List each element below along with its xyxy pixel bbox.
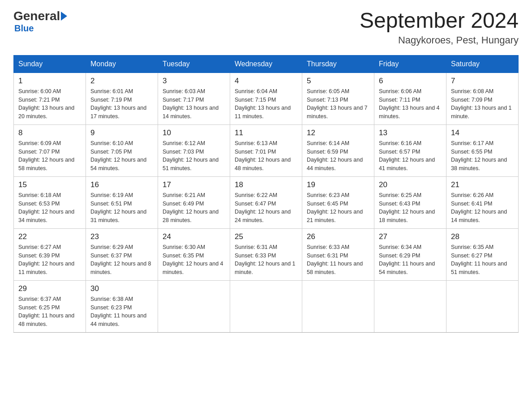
- day-number: 13: [379, 128, 442, 137]
- day-info: Sunrise: 6:23 AMSunset: 6:45 PMDaylight:…: [307, 191, 369, 225]
- table-row: [158, 280, 230, 332]
- day-number: 1: [18, 77, 81, 86]
- day-number: 14: [451, 128, 514, 137]
- table-row: 20Sunrise: 6:25 AMSunset: 6:43 PMDayligh…: [374, 176, 446, 228]
- header-thursday: Thursday: [302, 55, 374, 73]
- day-info: Sunrise: 6:26 AMSunset: 6:41 PMDaylight:…: [451, 191, 514, 225]
- day-number: 21: [451, 180, 514, 189]
- table-row: 8Sunrise: 6:09 AMSunset: 7:07 PMDaylight…: [14, 124, 86, 176]
- table-row: 13Sunrise: 6:16 AMSunset: 6:57 PMDayligh…: [374, 124, 446, 176]
- day-number: 4: [235, 77, 297, 86]
- day-info: Sunrise: 6:25 AMSunset: 6:43 PMDaylight:…: [379, 191, 442, 225]
- table-row: 17Sunrise: 6:21 AMSunset: 6:49 PMDayligh…: [158, 176, 230, 228]
- day-info: Sunrise: 6:33 AMSunset: 6:31 PMDaylight:…: [307, 243, 369, 277]
- day-number: 18: [235, 180, 297, 189]
- table-row: 4Sunrise: 6:04 AMSunset: 7:15 PMDaylight…: [230, 73, 302, 124]
- table-row: [446, 280, 519, 332]
- day-number: 23: [90, 232, 153, 241]
- day-number: 10: [163, 128, 225, 137]
- table-row: 30Sunrise: 6:38 AMSunset: 6:23 PMDayligh…: [86, 280, 158, 332]
- day-info: Sunrise: 6:18 AMSunset: 6:53 PMDaylight:…: [18, 191, 81, 225]
- table-row: 10Sunrise: 6:12 AMSunset: 7:03 PMDayligh…: [158, 124, 230, 176]
- logo-general-text: General: [13, 9, 60, 23]
- day-number: 7: [451, 77, 514, 86]
- calendar-table: Sunday Monday Tuesday Wednesday Thursday…: [13, 55, 519, 333]
- table-row: 5Sunrise: 6:05 AMSunset: 7:13 PMDaylight…: [302, 73, 374, 124]
- day-number: 28: [451, 232, 514, 241]
- day-info: Sunrise: 6:00 AMSunset: 7:21 PMDaylight:…: [18, 87, 81, 121]
- day-info: Sunrise: 6:03 AMSunset: 7:17 PMDaylight:…: [163, 87, 225, 121]
- page-header: General Blue September 2024 Nagykoroes, …: [13, 9, 519, 46]
- table-row: 15Sunrise: 6:18 AMSunset: 6:53 PMDayligh…: [14, 176, 86, 228]
- table-row: [302, 280, 374, 332]
- table-row: 18Sunrise: 6:22 AMSunset: 6:47 PMDayligh…: [230, 176, 302, 228]
- day-number: 27: [379, 232, 442, 241]
- day-number: 16: [90, 180, 153, 189]
- table-row: 28Sunrise: 6:35 AMSunset: 6:27 PMDayligh…: [446, 228, 519, 280]
- day-info: Sunrise: 6:22 AMSunset: 6:47 PMDaylight:…: [235, 191, 297, 225]
- day-info: Sunrise: 6:01 AMSunset: 7:19 PMDaylight:…: [90, 87, 153, 121]
- table-row: 27Sunrise: 6:34 AMSunset: 6:29 PMDayligh…: [374, 228, 446, 280]
- day-number: 25: [235, 232, 297, 241]
- day-number: 29: [18, 284, 81, 293]
- calendar-week-row: 22Sunrise: 6:27 AMSunset: 6:39 PMDayligh…: [14, 228, 519, 280]
- calendar-week-row: 8Sunrise: 6:09 AMSunset: 7:07 PMDaylight…: [14, 124, 519, 176]
- day-info: Sunrise: 6:12 AMSunset: 7:03 PMDaylight:…: [163, 139, 225, 173]
- table-row: 23Sunrise: 6:29 AMSunset: 6:37 PMDayligh…: [86, 228, 158, 280]
- calendar-week-row: 15Sunrise: 6:18 AMSunset: 6:53 PMDayligh…: [14, 176, 519, 228]
- day-info: Sunrise: 6:14 AMSunset: 6:59 PMDaylight:…: [307, 139, 369, 173]
- day-number: 19: [307, 180, 369, 189]
- logo-arrow-icon: [61, 12, 67, 21]
- table-row: 25Sunrise: 6:31 AMSunset: 6:33 PMDayligh…: [230, 228, 302, 280]
- day-number: 17: [163, 180, 225, 189]
- day-number: 30: [90, 284, 153, 293]
- day-info: Sunrise: 6:05 AMSunset: 7:13 PMDaylight:…: [307, 87, 369, 121]
- day-number: 12: [307, 128, 369, 137]
- day-number: 8: [18, 128, 81, 137]
- day-info: Sunrise: 6:19 AMSunset: 6:51 PMDaylight:…: [90, 191, 153, 225]
- day-info: Sunrise: 6:27 AMSunset: 6:39 PMDaylight:…: [18, 243, 81, 277]
- day-info: Sunrise: 6:10 AMSunset: 7:05 PMDaylight:…: [90, 139, 153, 173]
- day-number: 6: [379, 77, 442, 86]
- day-number: 5: [307, 77, 369, 86]
- day-number: 9: [90, 128, 153, 137]
- day-info: Sunrise: 6:04 AMSunset: 7:15 PMDaylight:…: [235, 87, 297, 121]
- logo-blue-text: Blue: [14, 23, 34, 34]
- day-info: Sunrise: 6:30 AMSunset: 6:35 PMDaylight:…: [163, 243, 225, 277]
- day-info: Sunrise: 6:09 AMSunset: 7:07 PMDaylight:…: [18, 139, 81, 173]
- header-sunday: Sunday: [14, 55, 86, 73]
- month-title: September 2024: [360, 9, 519, 33]
- table-row: [230, 280, 302, 332]
- table-row: 14Sunrise: 6:17 AMSunset: 6:55 PMDayligh…: [446, 124, 519, 176]
- calendar-week-row: 29Sunrise: 6:37 AMSunset: 6:25 PMDayligh…: [14, 280, 519, 332]
- table-row: 11Sunrise: 6:13 AMSunset: 7:01 PMDayligh…: [230, 124, 302, 176]
- day-info: Sunrise: 6:16 AMSunset: 6:57 PMDaylight:…: [379, 139, 442, 173]
- table-row: 2Sunrise: 6:01 AMSunset: 7:19 PMDaylight…: [86, 73, 158, 124]
- table-row: 12Sunrise: 6:14 AMSunset: 6:59 PMDayligh…: [302, 124, 374, 176]
- day-info: Sunrise: 6:34 AMSunset: 6:29 PMDaylight:…: [379, 243, 442, 277]
- day-info: Sunrise: 6:08 AMSunset: 7:09 PMDaylight:…: [451, 87, 514, 121]
- day-info: Sunrise: 6:38 AMSunset: 6:23 PMDaylight:…: [90, 295, 153, 329]
- day-number: 24: [163, 232, 225, 241]
- day-info: Sunrise: 6:35 AMSunset: 6:27 PMDaylight:…: [451, 243, 514, 277]
- table-row: 6Sunrise: 6:06 AMSunset: 7:11 PMDaylight…: [374, 73, 446, 124]
- table-row: 21Sunrise: 6:26 AMSunset: 6:41 PMDayligh…: [446, 176, 519, 228]
- table-row: 9Sunrise: 6:10 AMSunset: 7:05 PMDaylight…: [86, 124, 158, 176]
- day-info: Sunrise: 6:37 AMSunset: 6:25 PMDaylight:…: [18, 295, 81, 329]
- table-row: [374, 280, 446, 332]
- day-number: 2: [90, 77, 153, 86]
- day-info: Sunrise: 6:29 AMSunset: 6:37 PMDaylight:…: [90, 243, 153, 277]
- location-title: Nagykoroes, Pest, Hungary: [360, 34, 519, 46]
- day-info: Sunrise: 6:13 AMSunset: 7:01 PMDaylight:…: [235, 139, 297, 173]
- day-info: Sunrise: 6:31 AMSunset: 6:33 PMDaylight:…: [235, 243, 297, 277]
- day-number: 22: [18, 232, 81, 241]
- table-row: 24Sunrise: 6:30 AMSunset: 6:35 PMDayligh…: [158, 228, 230, 280]
- header-wednesday: Wednesday: [230, 55, 302, 73]
- table-row: 26Sunrise: 6:33 AMSunset: 6:31 PMDayligh…: [302, 228, 374, 280]
- day-number: 26: [307, 232, 369, 241]
- day-number: 15: [18, 180, 81, 189]
- header-monday: Monday: [86, 55, 158, 73]
- calendar-week-row: 1Sunrise: 6:00 AMSunset: 7:21 PMDaylight…: [14, 73, 519, 124]
- title-area: September 2024 Nagykoroes, Pest, Hungary: [360, 9, 519, 46]
- day-info: Sunrise: 6:06 AMSunset: 7:11 PMDaylight:…: [379, 87, 442, 121]
